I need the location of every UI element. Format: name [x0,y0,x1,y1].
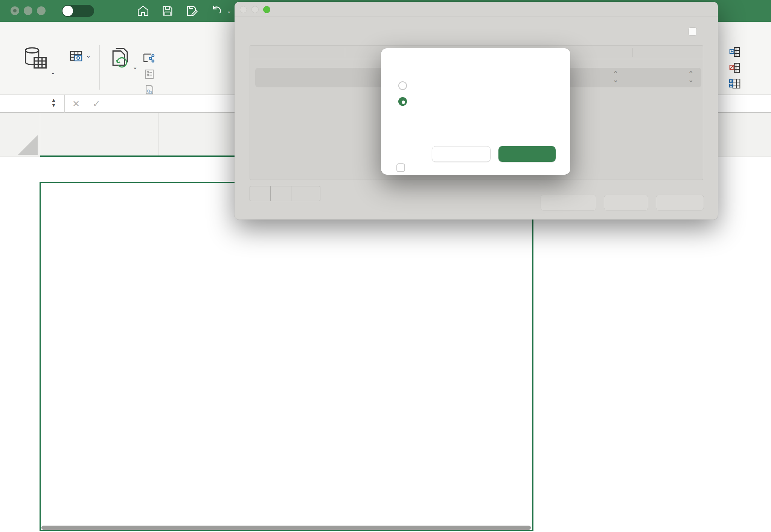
subtotal-icon[interactable] [729,78,741,91]
selection-border-right [532,182,533,531]
color-icon-popup-chevrons-icon[interactable]: ⌃⌄ [688,70,693,83]
cancel-entry-icon[interactable]: ✕ [72,95,80,113]
column-header-a[interactable] [40,113,158,157]
minimize-window-icon[interactable] [24,6,32,15]
autosave-toggle-knob [62,6,73,16]
save-as-icon[interactable] [185,4,199,18]
refresh-all-chevron-icon[interactable]: ⌄ [133,63,137,70]
sort-left-to-right-radio[interactable] [398,97,407,106]
case-sensitive-checkbox[interactable] [396,163,405,172]
selection-border-left [40,182,41,531]
name-box[interactable]: ▲▼ [0,95,65,113]
ungroup-icon[interactable] [729,62,741,75]
orientation-ok-button[interactable] [498,146,556,162]
group-icon[interactable] [729,46,741,59]
options-button[interactable] [541,195,596,210]
copy-level-button[interactable] [291,186,320,201]
get-data-chevron-icon[interactable]: ⌄ [50,69,55,76]
refresh-all-icon[interactable] [110,47,132,75]
close-window-icon[interactable] [11,6,19,15]
name-box-stepper-icon[interactable]: ▲▼ [51,98,56,108]
order-popup-chevrons-icon[interactable]: ⌃⌄ [613,70,618,83]
home-icon[interactable] [136,4,150,18]
orientation-cancel-button[interactable] [432,146,491,162]
undo-chevron-icon[interactable]: ⌄ [227,8,232,14]
autosave-toggle[interactable] [62,5,94,17]
add-level-button[interactable] [250,186,271,201]
level-buttons [250,186,320,201]
select-all-corner[interactable] [0,113,40,157]
remove-level-button[interactable] [271,186,291,201]
selection-border-bottom [40,530,533,531]
zoom-window-icon[interactable] [37,6,46,15]
sort-cancel-button[interactable] [604,195,648,210]
sort-dialog-titlebar [235,2,718,17]
sort-ok-button[interactable] [656,195,704,210]
confirm-entry-icon[interactable]: ✓ [93,95,100,113]
undo-icon[interactable]: ⌄ [210,4,232,18]
sort-dialog-title [235,2,718,17]
queries-connections-icon[interactable] [142,52,155,66]
properties-icon [144,69,155,81]
my-list-has-headers-checkbox[interactable] [689,27,697,36]
orientation-dialog [381,48,570,175]
excel-window: ⌄ ⌄ ⌄ [0,0,771,532]
horizontal-scrollbar[interactable] [41,526,531,530]
table-camera-icon[interactable] [69,49,84,66]
window-traffic-lights [11,6,46,15]
get-data-icon[interactable] [22,46,48,77]
table-camera-chevron-icon[interactable]: ⌄ [86,52,91,59]
sort-top-to-bottom-radio[interactable] [398,81,407,90]
save-icon[interactable] [161,5,174,17]
